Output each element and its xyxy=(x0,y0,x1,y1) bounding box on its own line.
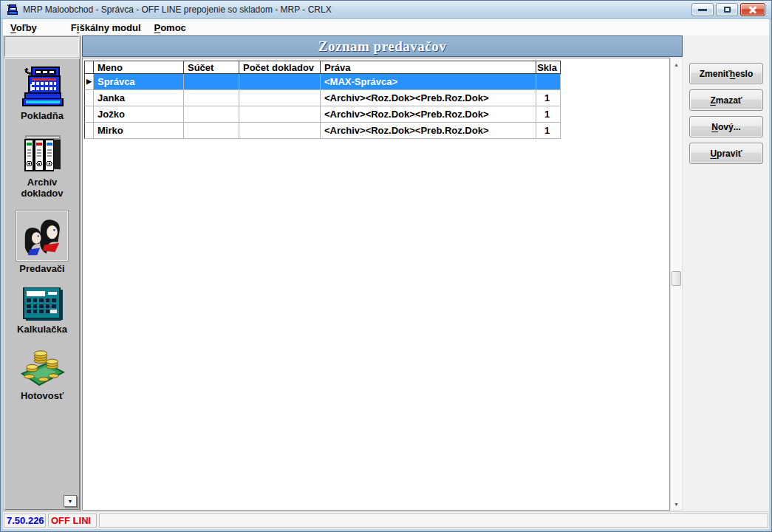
table-row[interactable]: Janka <Archiv><Roz.Dok><Preb.Roz.Dok> 1 xyxy=(84,90,561,106)
cell-pocet-dokladov xyxy=(239,106,321,123)
cell-sklad: 1 xyxy=(536,90,561,106)
cell-sucet xyxy=(184,106,239,123)
sidebar-item-label: Archív dokladov xyxy=(8,177,76,199)
menu-item-volby[interactable]: Voľby xyxy=(4,21,43,35)
new-button[interactable]: Nový... xyxy=(689,116,763,137)
triangle-down-icon: ▼ xyxy=(674,502,679,507)
version-label: 7.50.226 xyxy=(4,514,46,528)
sidebar-display-box xyxy=(4,36,79,57)
column-header-prava: Práva xyxy=(321,61,536,74)
cash-coins-icon xyxy=(19,347,65,388)
column-header-meno: Meno xyxy=(94,61,184,74)
caption-buttons xyxy=(691,3,765,16)
sidebar-item-label: Predavači xyxy=(19,263,64,274)
cell-prava: <Archiv><Roz.Dok><Preb.Roz.Dok> xyxy=(321,123,536,139)
row-pointer-cell xyxy=(84,106,94,123)
table-row[interactable]: ▶ Správca <MAX-Správca> xyxy=(84,74,561,90)
cell-meno: Janka xyxy=(94,90,184,106)
table-row[interactable]: Mirko <Archiv><Roz.Dok><Preb.Roz.Dok> 1 xyxy=(84,123,561,139)
close-button[interactable] xyxy=(740,3,765,16)
menu-item-fiskalny-modul[interactable]: Fiškálny modul xyxy=(65,21,147,35)
panel-title: Zoznam predavačov xyxy=(318,38,446,55)
cell-meno: Jožko xyxy=(94,106,184,123)
cell-prava: <MAX-Správca> xyxy=(321,74,536,90)
status-filler-panel xyxy=(99,514,768,528)
scrollbar-thumb[interactable] xyxy=(672,271,681,286)
calculator-icon xyxy=(20,286,64,321)
sidebar-item-label: Hotovosť xyxy=(21,390,64,401)
menubar: Voľby Fiškálny modul Pomoc xyxy=(3,19,769,35)
cell-sucet xyxy=(184,90,239,106)
sidebar-item-hotovost[interactable]: Hotovosť xyxy=(19,347,65,401)
cell-sucet xyxy=(184,74,239,90)
scroll-down-button[interactable]: ▼ xyxy=(671,498,682,510)
sidebar-scroll-down-button[interactable]: ▼ xyxy=(64,495,77,507)
panel-title-bar: Zoznam predavačov xyxy=(82,35,683,57)
row-pointer-cell: ▶ xyxy=(84,74,94,90)
sidebar-item-archiv-dokladov[interactable]: Archív dokladov xyxy=(8,133,76,199)
cell-prava: <Archiv><Roz.Dok><Preb.Roz.Dok> xyxy=(321,90,536,106)
restore-icon xyxy=(724,7,731,13)
document-binders-icon xyxy=(19,133,65,174)
minimize-button[interactable] xyxy=(691,3,714,16)
statusbar: 7.50.226 OFF LINI xyxy=(3,511,769,529)
menu-item-pomoc[interactable]: Pomoc xyxy=(148,21,192,35)
triangle-up-icon: ▲ xyxy=(674,62,679,67)
cell-prava: <Archiv><Roz.Dok><Preb.Roz.Dok> xyxy=(321,106,536,123)
cash-register-icon xyxy=(19,65,65,108)
cell-sklad: 1 xyxy=(536,106,561,123)
table-row[interactable]: Jožko <Archiv><Roz.Dok><Preb.Roz.Dok> 1 xyxy=(84,106,561,123)
connection-status-badge: OFF LINI xyxy=(48,514,97,528)
cell-sklad xyxy=(536,74,561,90)
scrollbar-track[interactable] xyxy=(671,70,682,498)
window-titlebar: MRP Maloobchod - Správca - OFF LINE prep… xyxy=(1,1,771,19)
sidebar-panel: Pokladňa xyxy=(4,58,80,510)
cell-pocet-dokladov xyxy=(239,90,321,106)
edit-button[interactable]: Upraviť xyxy=(689,143,763,164)
sidebar-item-label: Kalkulačka xyxy=(17,324,67,335)
scroll-up-button[interactable]: ▲ xyxy=(671,58,682,70)
vertical-scrollbar[interactable]: ▲ ▼ xyxy=(670,58,683,511)
cell-pocet-dokladov xyxy=(239,123,321,139)
column-header-sklad: Skla xyxy=(536,61,561,74)
sellers-icon xyxy=(16,211,68,261)
row-pointer-cell xyxy=(84,123,94,139)
cell-pocet-dokladov xyxy=(239,74,321,90)
app-window: MRP Maloobchod - Správca - OFF LINE prep… xyxy=(0,0,772,532)
header-indicator-cell xyxy=(84,61,94,74)
row-pointer-icon: ▶ xyxy=(86,78,92,85)
cell-meno: Mirko xyxy=(94,123,184,139)
cell-meno: Správca xyxy=(94,74,184,90)
window-title: MRP Maloobchod - Správca - OFF LINE prep… xyxy=(23,4,332,15)
row-pointer-cell xyxy=(84,90,94,106)
sidebar-item-kalkulacka[interactable]: Kalkulačka xyxy=(17,286,67,335)
table-header-row: Meno Súčet Počet dokladov Práva Skla xyxy=(84,61,561,74)
change-password-button[interactable]: Zmeniť heslo xyxy=(689,63,763,84)
delete-button[interactable]: Zmazať xyxy=(689,89,763,111)
app-icon[interactable] xyxy=(6,4,18,16)
client-area: Pokladňa xyxy=(3,35,769,511)
sidebar-item-label: Pokladňa xyxy=(21,110,64,121)
sidebar-item-predavaci[interactable]: Predavači xyxy=(16,211,68,274)
grid-area: Meno Súčet Počet dokladov Práva Skla ▶ S… xyxy=(82,58,670,511)
sidebar-item-pokladna[interactable]: Pokladňa xyxy=(19,65,65,121)
cell-sucet xyxy=(184,123,239,139)
sidebar: Pokladňa xyxy=(3,35,81,511)
main-area: Zoznam predavačov Meno Súčet Počet dokla… xyxy=(81,35,683,511)
action-panel: Zmeniť heslo Zmazať Nový... Upraviť xyxy=(683,35,769,511)
column-header-pocet-dokladov: Počet dokladov xyxy=(239,61,321,74)
sellers-table: Meno Súčet Počet dokladov Práva Skla ▶ S… xyxy=(84,61,561,139)
column-header-sucet: Súčet xyxy=(184,61,239,74)
chevron-down-icon: ▼ xyxy=(68,499,73,504)
restore-button[interactable] xyxy=(716,3,738,16)
close-icon xyxy=(748,6,757,13)
minimize-icon xyxy=(698,9,707,11)
cell-sklad: 1 xyxy=(536,123,561,139)
